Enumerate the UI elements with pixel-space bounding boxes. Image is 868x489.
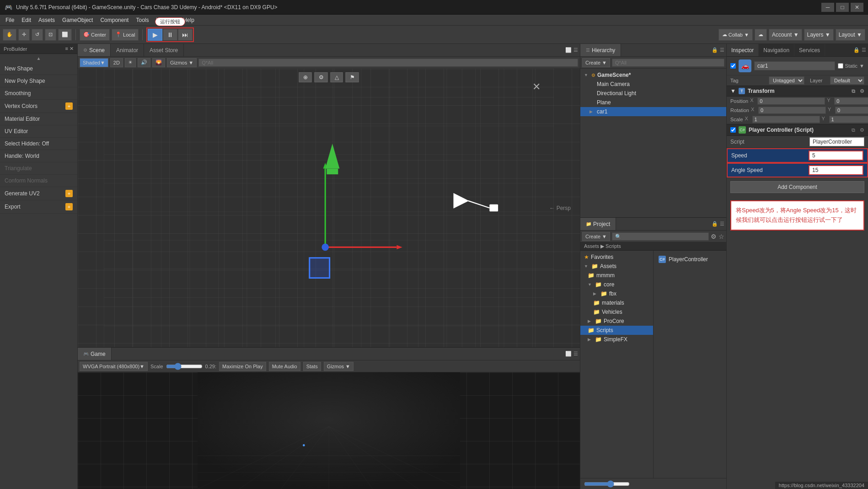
tab-animator[interactable]: Animator [111, 44, 144, 56]
export-add-icon[interactable]: + [65, 203, 73, 210]
transform-section[interactable]: ▼ T Transform ⧉ ⚙ [727, 86, 868, 97]
step-button[interactable]: ⏭ [178, 29, 193, 41]
menu-file[interactable]: File [2, 16, 18, 24]
layer-select[interactable]: Default [830, 76, 864, 85]
script-component-section[interactable]: C# Player Controller (Script) ⧉ ⚙ [727, 124, 868, 136]
project-search-input[interactable] [612, 232, 709, 241]
effects-button[interactable]: 🌄 [152, 58, 165, 67]
maximize-button[interactable]: □ [836, 3, 849, 12]
audio-button[interactable]: 🔊 [138, 58, 150, 67]
position-y-input[interactable] [834, 97, 868, 105]
game-maximize-icon[interactable]: ⬜ [565, 351, 572, 357]
scene-search-input[interactable] [198, 59, 578, 67]
scene-tool-flag[interactable]: ⚑ [346, 72, 359, 82]
pause-button[interactable]: ⏸ [163, 29, 177, 41]
pb-select-hidden[interactable]: Select Hidden: Off [0, 138, 77, 150]
proj-core[interactable]: ▼ 📁 core [580, 280, 653, 289]
game-view[interactable] [78, 372, 580, 489]
menu-tools[interactable]: Tools [132, 16, 152, 24]
project-filter-icon[interactable]: ☆ [718, 233, 724, 240]
hand-tool-button[interactable]: ✋ [3, 29, 16, 41]
game-menu-icon[interactable]: ☰ [573, 351, 578, 357]
pb-new-poly-shape[interactable]: New Poly Shape [0, 75, 77, 87]
proj-vehicles[interactable]: 📁 Vehicles [580, 307, 653, 317]
object-active-checkbox[interactable] [730, 63, 736, 69]
script-active-checkbox[interactable] [730, 127, 736, 133]
tab-inspector[interactable]: Inspector [727, 44, 759, 56]
rotate-tool-button[interactable]: ↺ [32, 29, 43, 41]
tab-scene[interactable]: ⚙ Scene [78, 44, 111, 56]
proj-mmmm[interactable]: 📁 mmmm [580, 271, 653, 280]
maximize-on-play-button[interactable]: Maximize On Play [219, 362, 266, 371]
project-zoom-slider[interactable] [584, 480, 630, 488]
hierarchy-car1[interactable]: ▶ car1 [580, 107, 726, 116]
scene-maximize-icon[interactable]: ⬜ [565, 47, 572, 53]
proj-assets[interactable]: ▼ 📁 Assets [580, 262, 653, 271]
layers-dropdown[interactable]: Layers ▼ [804, 29, 834, 41]
collab-button[interactable]: ☁ Collab ▼ [718, 29, 753, 41]
layout-dropdown[interactable]: Layout ▼ [836, 29, 865, 41]
pb-vertex-colors[interactable]: Vertex Colors + [0, 100, 77, 113]
pb-handle-world[interactable]: Handle: World [0, 150, 77, 162]
hierarchy-plane[interactable]: Plane [580, 98, 726, 107]
menu-gameobject[interactable]: GameObject [59, 16, 96, 24]
static-checkbox[interactable] [838, 63, 843, 69]
rect-tool-button[interactable]: ⬜ [58, 29, 72, 41]
proj-favorites[interactable]: ★ Favorites [580, 253, 653, 262]
hierarchy-gamescene[interactable]: ▼ ⚙ GameScene* [580, 70, 726, 80]
scale-y-input[interactable] [829, 116, 868, 123]
tab-services[interactable]: Services [794, 44, 825, 56]
resolution-button[interactable]: WVGA Portrait (480x800) ▼ [80, 362, 148, 371]
project-lock-icon[interactable]: 🔒 [712, 221, 718, 227]
local-button[interactable]: 📍 Local [112, 29, 139, 41]
scene-menu-icon[interactable]: ☰ [573, 47, 578, 53]
inspector-menu-icon[interactable]: ☰ [862, 47, 866, 53]
stats-button[interactable]: Stats [303, 362, 321, 371]
project-search-icon[interactable]: ⚙ [711, 233, 717, 240]
project-menu-icon[interactable]: ☰ [720, 221, 724, 227]
proj-procore[interactable]: ▶ 📁 ProCore [580, 317, 653, 326]
cloud-button[interactable]: ☁ [755, 29, 767, 41]
vertex-colors-add-icon[interactable]: + [65, 102, 73, 110]
add-component-button[interactable]: Add Component [730, 181, 864, 193]
menu-edit[interactable]: Edit [18, 16, 35, 24]
hierarchy-lock-icon[interactable]: 🔒 [712, 47, 718, 53]
proj-fbx[interactable]: ▶ 📁 fbx [580, 289, 653, 298]
script-copy-icon[interactable]: ⧉ [852, 127, 855, 133]
script-gear-icon[interactable]: ⚙ [860, 127, 864, 133]
hierarchy-directional-light[interactable]: Directional Light [580, 89, 726, 98]
transform-copy-icon[interactable]: ⧉ [852, 88, 855, 94]
tag-select[interactable]: Untagged [769, 76, 804, 85]
play-button[interactable]: ▶ [148, 29, 162, 41]
scene-tool-snap[interactable]: ⚙ [315, 72, 328, 82]
scene-view[interactable]: ✕ ← Persp ⊕ ⚙ △ ⚑ [78, 69, 580, 347]
speed-value-input[interactable] [809, 150, 863, 161]
inspector-lock-icon[interactable]: 🔒 [853, 47, 860, 53]
menu-assets[interactable]: Assets [35, 16, 59, 24]
hierarchy-menu-icon[interactable]: ☰ [720, 47, 724, 53]
mute-audio-button[interactable]: Mute Audio [269, 362, 300, 371]
2d-mode-button[interactable]: 2D [110, 58, 123, 67]
transform-gear-icon[interactable]: ⚙ [860, 88, 864, 94]
angle-speed-value-input[interactable] [809, 165, 863, 175]
scene-tool-vert[interactable]: △ [331, 72, 343, 82]
proj-materials[interactable]: 📁 materials [580, 298, 653, 307]
tab-asset-store[interactable]: Asset Store [144, 44, 184, 56]
tab-hierarchy[interactable]: ☰ Hierarchy [580, 44, 621, 56]
proj-simplefx[interactable]: ▶ 📁 SimpleFX [580, 335, 653, 344]
pb-generate-uv2[interactable]: Generate UV2 + [0, 187, 77, 200]
hierarchy-main-camera[interactable]: Main Camera [580, 80, 726, 89]
account-dropdown[interactable]: Account ▼ [769, 29, 802, 41]
pb-material-editor[interactable]: Material Editor [0, 113, 77, 125]
scale-slider[interactable] [166, 363, 203, 370]
pb-new-shape[interactable]: New Shape [0, 63, 77, 75]
rotation-x-input[interactable] [758, 107, 826, 114]
shading-mode-button[interactable]: Shaded ▼ [80, 58, 108, 67]
close-button[interactable]: ✕ [851, 3, 863, 12]
hierarchy-search-input[interactable] [612, 59, 724, 67]
center-button[interactable]: 🎯 Center [80, 29, 110, 41]
pb-smoothing[interactable]: Smoothing [0, 87, 77, 100]
move-tool-button[interactable]: ✛ [18, 29, 30, 41]
minimize-button[interactable]: ─ [821, 3, 834, 12]
pb-uv-editor[interactable]: UV Editor [0, 125, 77, 138]
